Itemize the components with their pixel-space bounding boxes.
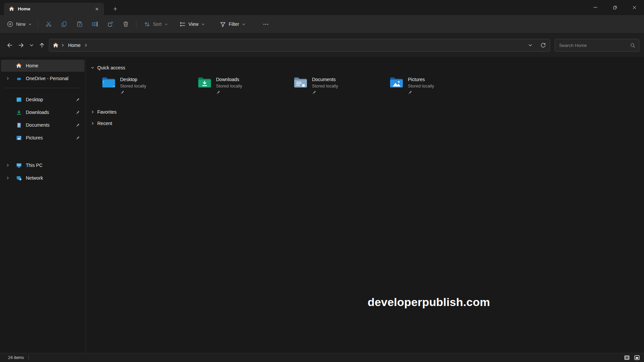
monitor-icon	[14, 162, 23, 169]
back-button[interactable]	[4, 40, 15, 51]
breadcrumb-chevron-icon[interactable]	[84, 43, 88, 47]
folder-downloads-icon	[197, 76, 212, 98]
section-quick-access[interactable]: Quick access	[91, 64, 644, 72]
tile-desktop[interactable]: Desktop Stored locally	[101, 76, 197, 98]
close-button[interactable]	[625, 0, 644, 15]
section-recent[interactable]: Recent	[91, 119, 644, 127]
share-icon	[107, 21, 114, 27]
folder-documents-icon	[293, 76, 308, 98]
section-title: Quick access	[97, 65, 125, 70]
chevron-down-icon	[528, 43, 533, 48]
chevron-down-icon	[164, 22, 168, 26]
search-icon[interactable]	[630, 43, 636, 48]
breadcrumb-chevron-icon	[61, 43, 65, 47]
desktop-icon	[14, 97, 23, 103]
cut-button[interactable]	[41, 18, 56, 30]
chevron-right-icon[interactable]	[91, 121, 95, 125]
folder-desktop-icon	[101, 76, 116, 98]
arrow-up-icon	[39, 42, 45, 49]
picture-icon	[14, 135, 23, 141]
sort-button[interactable]: Sort	[141, 18, 171, 30]
details-view-button[interactable]	[623, 354, 631, 361]
trash-icon	[122, 21, 129, 27]
tab-close-icon[interactable]	[93, 5, 101, 13]
search-input[interactable]	[559, 43, 630, 48]
rename-button[interactable]	[87, 18, 103, 30]
onedrive-cloud-icon	[14, 75, 23, 82]
chevron-right-icon	[6, 163, 10, 167]
sidebar-item-this-pc[interactable]: This PC	[1, 159, 85, 171]
filter-label: Filter	[229, 21, 239, 27]
chevron-down-icon[interactable]	[91, 66, 95, 70]
chevron-right-icon[interactable]	[91, 110, 95, 114]
sidebar-item-desktop[interactable]: Desktop	[1, 94, 85, 106]
tile-name: Desktop	[120, 76, 146, 83]
arrow-left-icon	[6, 42, 13, 49]
chevron-down-icon	[201, 22, 205, 26]
status-bar: 24 items	[0, 353, 644, 362]
window-controls	[586, 0, 644, 15]
network-icon	[14, 175, 23, 181]
new-button[interactable]: New	[3, 18, 35, 30]
arrow-right-icon	[18, 42, 24, 49]
plus-circle-icon	[7, 21, 13, 27]
toolbar-divider	[136, 20, 137, 28]
sidebar-item-label: Home	[26, 63, 82, 68]
item-count: 24 items	[8, 355, 24, 360]
more-options-button[interactable]	[258, 18, 274, 30]
tile-pictures[interactable]: Pictures Stored locally	[389, 76, 485, 98]
minimize-button[interactable]	[586, 0, 605, 15]
refresh-icon	[540, 43, 546, 48]
sidebar-spacer	[1, 144, 85, 159]
sidebar-item-onedrive[interactable]: OneDrive - Personal	[1, 72, 85, 84]
pin-icon	[75, 110, 80, 115]
sidebar-item-label: Pictures	[26, 135, 75, 140]
status-divider	[29, 355, 29, 360]
title-bar: Home	[0, 0, 644, 15]
paste-button[interactable]	[72, 18, 87, 30]
section-favorites[interactable]: Favorites	[91, 108, 644, 116]
sidebar-item-label: This PC	[26, 163, 82, 168]
clipboard-icon	[76, 21, 83, 27]
share-button[interactable]	[103, 18, 118, 30]
filter-funnel-icon	[220, 21, 226, 27]
up-button[interactable]	[36, 40, 48, 51]
forward-button[interactable]	[15, 40, 27, 51]
sidebar-item-documents[interactable]: Documents	[1, 119, 85, 131]
tile-downloads[interactable]: Downloads Stored locally	[197, 76, 293, 98]
chevron-down-icon	[29, 43, 34, 48]
address-dropdown-button[interactable]	[525, 40, 536, 50]
sort-label: Sort	[153, 21, 162, 27]
folder-pictures-icon	[389, 76, 404, 98]
pin-icon	[312, 90, 338, 95]
view-button[interactable]: View	[176, 18, 208, 30]
filter-button[interactable]: Filter	[216, 18, 249, 30]
view-options-icon	[179, 21, 186, 27]
refresh-button[interactable]	[538, 40, 548, 50]
tile-subtitle: Stored locally	[216, 83, 242, 89]
tile-name: Documents	[312, 76, 338, 83]
search-box	[555, 39, 639, 52]
new-tab-button[interactable]	[111, 4, 119, 13]
restore-button[interactable]	[605, 0, 625, 15]
pin-icon	[75, 98, 80, 102]
recent-locations-button[interactable]	[27, 40, 36, 51]
large-icons-view-button[interactable]	[633, 354, 641, 361]
copy-button[interactable]	[56, 18, 72, 30]
explorer-tab-home[interactable]: Home	[4, 3, 104, 15]
sort-arrows-icon	[144, 21, 150, 27]
navigation-pane: Home OneDrive - Personal	[0, 57, 86, 353]
pin-icon	[120, 90, 146, 95]
sidebar-item-pictures[interactable]: Pictures	[1, 132, 85, 144]
items-view: Quick access Desktop Stored locally	[86, 57, 644, 353]
breadcrumb-home[interactable]: Home	[67, 43, 82, 48]
sidebar-item-downloads[interactable]: Downloads	[1, 106, 85, 118]
tile-documents[interactable]: Documents Stored locally	[293, 76, 389, 98]
sidebar-item-label: Downloads	[26, 110, 75, 115]
new-label: New	[16, 21, 25, 27]
scissors-icon	[45, 21, 52, 27]
address-bar[interactable]: Home	[49, 39, 550, 52]
sidebar-item-network[interactable]: Network	[1, 172, 85, 184]
delete-button[interactable]	[118, 18, 133, 30]
sidebar-item-home[interactable]: Home	[1, 60, 85, 72]
